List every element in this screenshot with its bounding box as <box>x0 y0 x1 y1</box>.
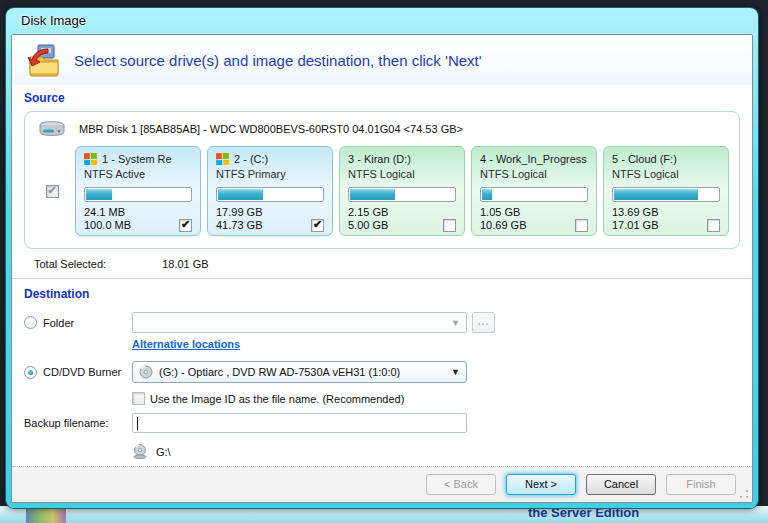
background-page <box>0 506 768 523</box>
disk-row: MBR Disk 1 [85AB85AB] - WDC WD800BEVS-60… <box>37 120 729 138</box>
chevron-down-icon: ▼ <box>451 318 460 328</box>
burner-row: CD/DVD Burner (G:) - Optiarc , DVD RW AD… <box>24 361 740 383</box>
windows-flag-icon <box>84 153 97 165</box>
disk-image-icon <box>24 41 64 79</box>
usage-bar <box>480 187 588 202</box>
folder-row: Folder ▼ ... <box>24 312 740 333</box>
partitions-row: 1 - System Re NTFS Active 24.1 MB100.0 M… <box>35 146 729 236</box>
partition-card-2[interactable]: 2 - (C:) NTFS Primary 17.99 GB41.73 GB <box>207 146 333 236</box>
next-button[interactable]: Next > <box>506 474 576 495</box>
target-path-row: G:\ <box>132 444 740 459</box>
filename-input-wrap <box>132 413 467 433</box>
browse-button[interactable]: ... <box>472 312 495 333</box>
back-button[interactable]: < Back <box>426 474 496 495</box>
wizard-header: Select source drive(s) and image destina… <box>12 35 752 85</box>
total-selected-row: Total Selected: 18.01 GB <box>12 249 752 279</box>
partition-checkbox-4[interactable] <box>575 219 588 232</box>
filename-label: Backup filename: <box>24 417 108 429</box>
folder-label: Folder <box>43 317 74 329</box>
screen: the Server Edition Disk Image Select sou… <box>0 0 768 523</box>
burner-dropdown-value: (G:) - Optiarc , DVD RW AD-7530A vEH31 (… <box>159 366 445 378</box>
total-selected-label: Total Selected: <box>34 258 106 270</box>
cddvd-radio[interactable] <box>24 366 37 379</box>
chevron-down-icon: ▼ <box>451 367 460 377</box>
background-image-fragment <box>26 509 66 523</box>
burner-dropdown[interactable]: (G:) - Optiarc , DVD RW AD-7530A vEH31 (… <box>132 361 467 383</box>
partition-checkbox-5[interactable] <box>707 219 720 232</box>
usage-bar <box>84 187 192 202</box>
finish-button[interactable]: Finish <box>666 474 736 495</box>
dialog-content: Source MBR Disk 1 [85AB85AB] - WDC WD800… <box>12 85 752 466</box>
folder-radio[interactable] <box>24 316 37 329</box>
partition-checkbox-1[interactable] <box>179 219 192 232</box>
folder-combobox[interactable]: ▼ <box>132 312 467 333</box>
disk-title: MBR Disk 1 [85AB85AB] - WDC WD800BEVS-60… <box>79 123 463 135</box>
usage-bar <box>612 187 720 202</box>
dialog-body: Select source drive(s) and image destina… <box>11 34 753 503</box>
hard-disk-icon <box>37 120 67 138</box>
cddvd-label: CD/DVD Burner <box>43 366 121 378</box>
usage-bar <box>348 187 456 202</box>
disc-icon <box>139 365 153 379</box>
source-section-label: Source <box>24 91 740 105</box>
windows-flag-icon <box>216 153 229 165</box>
text-caret <box>137 417 138 430</box>
cancel-button[interactable]: Cancel <box>586 474 656 495</box>
image-id-row: Use the Image ID as the file name. (Reco… <box>132 392 740 405</box>
disk-image-window: Disk Image Select source drive(s) and im… <box>6 8 758 508</box>
partition-card-5[interactable]: 5 - Cloud (F:) NTFS Logical 13.69 GB17.0… <box>603 146 729 236</box>
filename-input[interactable] <box>133 414 466 432</box>
target-path-value: G:\ <box>156 446 171 458</box>
dialog-footer: < Back Next > Cancel Finish <box>12 466 752 502</box>
partition-card-1[interactable]: 1 - System Re NTFS Active 24.1 MB100.0 M… <box>75 146 201 236</box>
usage-bar <box>216 187 324 202</box>
filename-row: Backup filename: <box>24 413 740 433</box>
partition-card-4[interactable]: 4 - Work_In_Progress (E:) NTFS Logical 1… <box>471 146 597 236</box>
disk-select-checkbox[interactable] <box>46 185 59 198</box>
wizard-instruction: Select source drive(s) and image destina… <box>74 52 482 69</box>
partition-checkbox-3[interactable] <box>443 219 456 232</box>
partition-checkbox-2[interactable] <box>311 219 324 232</box>
image-id-checkbox[interactable] <box>132 392 145 405</box>
destination-section-label: Destination <box>24 287 740 301</box>
source-groupbox: MBR Disk 1 [85AB85AB] - WDC WD800BEVS-60… <box>24 111 740 249</box>
window-title: Disk Image <box>21 13 86 28</box>
total-selected-value: 18.01 GB <box>162 258 208 270</box>
partition-card-3[interactable]: 3 - Kiran (D:) NTFS Logical 2.15 GB5.00 … <box>339 146 465 236</box>
image-id-label: Use the Image ID as the file name. (Reco… <box>150 393 404 405</box>
alternative-locations-link[interactable]: Alternative locations <box>132 338 240 350</box>
resize-grip-icon[interactable] <box>739 489 749 499</box>
disc-drive-icon <box>132 444 148 459</box>
